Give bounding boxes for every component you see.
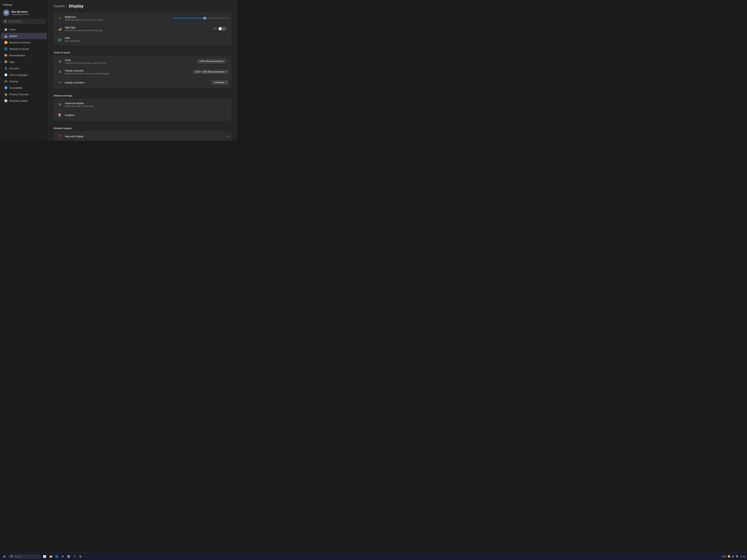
sidebar-item-accessibility[interactable]: ♿ Accessibility <box>1 85 47 91</box>
orientation-dropdown-icon: ▾ <box>226 81 227 84</box>
apps-icon: 📦 <box>4 60 7 63</box>
sidebar-item-label: Bluetooth & devices <box>9 41 31 44</box>
system-icon: 💻 <box>4 34 7 37</box>
user-profile[interactable]: M Max Moreland setisint@gmail.com <box>0 7 48 19</box>
orientation-value: Landscape <box>213 81 224 84</box>
sidebar-item-label: System <box>9 35 17 37</box>
sidebar-item-label: Network & internet <box>9 48 29 50</box>
sidebar-item-update[interactable]: 🔄 Windows Update <box>1 98 47 104</box>
scale-row[interactable]: ⊞ Scale Change the size of text, apps, a… <box>54 56 232 67</box>
hdr-chevron[interactable]: › <box>228 38 229 41</box>
advanced-display-chevron[interactable]: › <box>228 103 229 106</box>
user-info: Max Moreland setisint@gmail.com <box>11 10 29 16</box>
graphics-control: › <box>228 113 229 116</box>
breadcrumb-separator: › <box>66 4 68 8</box>
resolution-dropdown-icon: ▾ <box>226 71 227 73</box>
scale-control[interactable]: 100% (Recommended) ▾ › <box>197 59 229 63</box>
scale-dropdown-icon: ▾ <box>223 60 224 62</box>
slider-thumb[interactable] <box>203 17 206 20</box>
help-icon: ❓ <box>57 133 62 139</box>
sidebar-item-bluetooth[interactable]: 📶 Bluetooth & devices <box>1 39 47 46</box>
slider-fill <box>173 18 205 19</box>
sidebar-item-label: Windows Update <box>9 100 27 102</box>
scale-layout-header: Scale & layout <box>54 48 232 55</box>
search-input[interactable] <box>8 20 44 23</box>
scale-title: Scale <box>65 59 197 61</box>
brightness-row[interactable]: ☀ Brightness Adjust the brightness of th… <box>54 13 232 24</box>
scale-value: 100% (Recommended) <box>199 60 222 62</box>
graphics-chevron[interactable]: › <box>228 113 229 116</box>
orientation-control[interactable]: Landscape ▾ <box>211 80 229 85</box>
sidebar-search-box[interactable]: 🔍 <box>2 19 46 24</box>
breadcrumb-parent[interactable]: System <box>54 4 65 8</box>
graphics-icon: 🎴 <box>57 112 62 118</box>
help-display-chevron[interactable]: ▴ <box>227 135 229 138</box>
brightness-section-card: ☀ Brightness Adjust the brightness of th… <box>54 12 232 45</box>
brightness-icon: ☀ <box>57 15 62 21</box>
sidebar-item-personalization[interactable]: 🎨 Personalization <box>1 52 47 58</box>
resolution-row[interactable]: 🖥 Display resolution Adjust the resoluti… <box>54 67 232 77</box>
sidebar-item-apps[interactable]: 📦 Apps <box>1 59 47 65</box>
settings-app-label: Settings <box>0 2 48 7</box>
user-email: setisint@gmail.com <box>11 13 29 16</box>
user-name: Max Moreland <box>11 10 29 13</box>
breadcrumb: System › Display <box>54 4 232 8</box>
sidebar-item-label: Time & language <box>9 74 27 76</box>
night-light-row[interactable]: 🌙 Night light Use warmer colors to help … <box>54 24 232 34</box>
resolution-subtitle: Adjust the resolution to fit your connec… <box>65 73 193 75</box>
scale-chevron[interactable]: › <box>228 60 229 63</box>
night-light-control: Off › <box>214 27 229 31</box>
resolution-title: Display resolution <box>65 69 193 72</box>
scale-icon: ⊞ <box>57 58 62 64</box>
advanced-display-row[interactable]: 🖥 Advanced display Display information, … <box>54 99 232 110</box>
resolution-control[interactable]: 1920 × 1080 (Recommended) ▾ <box>193 70 229 74</box>
sidebar-item-label: Accessibility <box>9 86 22 89</box>
sidebar-item-time[interactable]: 🕐 Time & language <box>1 72 47 78</box>
night-light-chevron[interactable]: › <box>228 27 229 30</box>
related-settings-card: 🖥 Advanced display Display information, … <box>54 99 232 121</box>
hdr-row[interactable]: 📺 HDR More about HDR › <box>54 34 232 45</box>
sidebar-item-label: Accounts <box>9 67 19 70</box>
sidebar-item-label: Personalization <box>9 54 26 57</box>
sidebar-item-accounts[interactable]: 👤 Accounts <box>1 65 47 72</box>
resolution-select[interactable]: 1920 × 1080 (Recommended) ▾ <box>193 70 229 74</box>
sidebar-item-gaming[interactable]: 🎮 Gaming <box>1 78 47 84</box>
nav-list: 🏠 Home 💻 System 📶 Bluetooth & devices 🌐 … <box>0 26 48 104</box>
avatar: M <box>3 9 10 16</box>
help-display-row[interactable]: ❓ Help with Display ▴ <box>54 131 232 141</box>
related-settings-header: Related settings <box>54 91 232 99</box>
brightness-slider[interactable] <box>173 18 226 19</box>
orientation-icon: ↻ <box>57 79 62 85</box>
graphics-title: Graphics <box>65 114 228 116</box>
related-support-header: Related support <box>54 124 232 131</box>
time-icon: 🕐 <box>4 73 7 77</box>
orientation-title: Display orientation <box>65 81 211 84</box>
advanced-display-icon: 🖥 <box>57 102 62 107</box>
personalization-icon: 🎨 <box>4 54 7 57</box>
orientation-row[interactable]: ↻ Display orientation Landscape ▾ <box>54 77 232 87</box>
advanced-display-subtitle: Display information, refresh rate <box>65 105 228 107</box>
scale-subtitle: Change the size of text, apps, and other… <box>65 62 197 64</box>
main-content: System › Display ☀ Brightness Adjust the… <box>48 0 237 141</box>
scale-select[interactable]: 100% (Recommended) ▾ <box>197 59 226 63</box>
sidebar-item-system[interactable]: 💻 System <box>1 33 47 39</box>
brightness-control[interactable]: ▾ <box>173 17 229 20</box>
night-light-title: Night light <box>65 26 214 29</box>
brightness-expand-icon[interactable]: ▾ <box>227 17 229 20</box>
resolution-icon: 🖥 <box>57 69 62 75</box>
accessibility-icon: ♿ <box>4 86 7 89</box>
sidebar-item-home[interactable]: 🏠 Home <box>1 26 47 33</box>
sidebar-item-label: Home <box>9 28 16 31</box>
help-display-control: ▴ <box>227 135 229 138</box>
sidebar-item-network[interactable]: 🌐 Network & internet <box>1 46 47 52</box>
night-light-status: Off <box>214 27 217 30</box>
night-light-subtitle: Use warmer colors to help block blue lig… <box>65 29 214 31</box>
brightness-title: Brightness <box>65 16 169 18</box>
bluetooth-icon: 📶 <box>4 41 7 44</box>
scale-layout-card: ⊞ Scale Change the size of text, apps, a… <box>54 55 232 88</box>
night-light-toggle[interactable] <box>218 27 226 31</box>
related-support-card: ❓ Help with Display ▴ Setting up multipl… <box>54 131 232 141</box>
orientation-select[interactable]: Landscape ▾ <box>211 80 229 85</box>
graphics-row[interactable]: 🎴 Graphics › <box>54 110 232 120</box>
sidebar-item-privacy[interactable]: 🔒 Privacy & security <box>1 91 47 98</box>
